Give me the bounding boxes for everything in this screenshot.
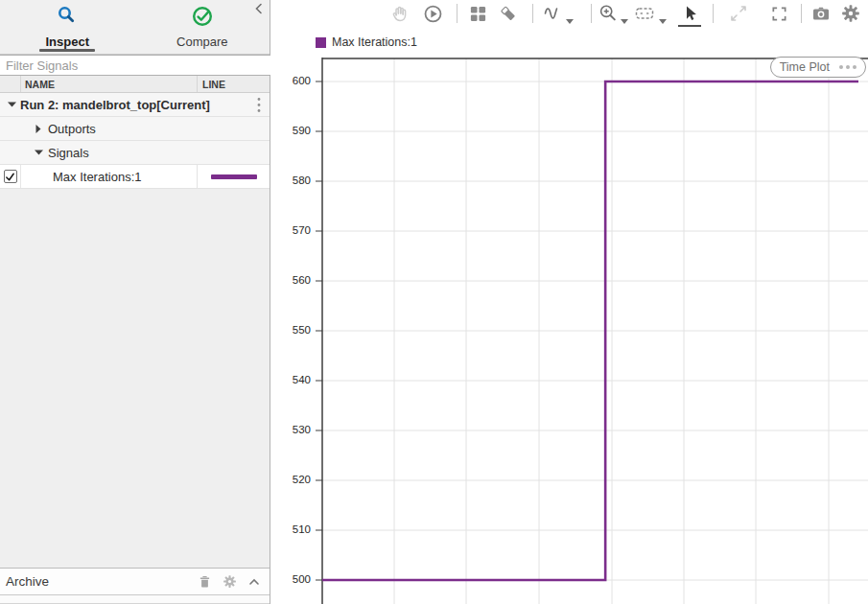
y-tick-label: 520 xyxy=(270,474,311,485)
camera-snapshot-icon[interactable] xyxy=(810,3,832,24)
archive-label: Archive xyxy=(6,574,49,589)
y-tick-label: 570 xyxy=(270,224,311,236)
filter-signals-input[interactable] xyxy=(0,55,270,76)
collapse-sidebar-button[interactable] xyxy=(252,2,266,15)
signals-label: Signals xyxy=(48,146,89,160)
check-circle-icon xyxy=(191,5,214,32)
tree-row-max-iterations[interactable]: Max Iterations:1 xyxy=(0,165,270,189)
chevron-down-icon[interactable] xyxy=(34,148,43,157)
fit-to-view-icon[interactable] xyxy=(634,3,655,24)
y-tick-label: 550 xyxy=(270,324,311,336)
tab-compare[interactable]: Compare xyxy=(135,0,270,54)
tree-column-header: NAME LINE xyxy=(0,76,270,93)
signal-wave-icon[interactable] xyxy=(543,3,564,24)
subplot-grid-icon[interactable] xyxy=(467,3,488,24)
zoom-in-icon[interactable] xyxy=(598,3,619,24)
tree-row-run[interactable]: Run 2: mandelbrot_top[Current] xyxy=(0,93,270,117)
line-column-header: LINE xyxy=(197,76,270,92)
cursor-select-icon[interactable] xyxy=(679,3,700,24)
sidebar-tabbar: Inspect Compare xyxy=(0,0,270,55)
chevron-right-icon[interactable] xyxy=(34,124,43,133)
toolbar-separator xyxy=(457,4,457,23)
ellipsis-dots-icon xyxy=(836,65,856,69)
legend-label: Max Iterations:1 xyxy=(332,35,417,49)
chevron-left-icon xyxy=(252,2,266,18)
simulation-data-inspector-window: Inspect Compare xyxy=(0,0,868,604)
tab-inspect[interactable]: Inspect xyxy=(0,0,135,54)
signal-label: Max Iterations:1 xyxy=(53,170,142,184)
signal-checkbox[interactable] xyxy=(4,170,17,183)
caret-down-icon[interactable] xyxy=(659,11,667,16)
caret-down-icon[interactable] xyxy=(621,11,628,16)
eraser-icon[interactable] xyxy=(498,3,519,24)
toolbar-separator xyxy=(713,4,714,23)
signal-line-swatch xyxy=(211,174,257,179)
plot-legend[interactable]: Max Iterations:1 xyxy=(316,35,417,49)
plot-type-badge[interactable]: Time Plot xyxy=(770,57,866,78)
legend-color-swatch xyxy=(316,37,326,48)
search-icon xyxy=(56,5,79,32)
replay-icon[interactable] xyxy=(422,3,443,24)
tree-empty-area xyxy=(0,189,270,568)
run-label: Run 2: mandelbrot_top[Current] xyxy=(20,98,210,112)
tree-row-outports[interactable]: Outports xyxy=(0,117,270,141)
plot-toolbar xyxy=(270,0,868,29)
y-tick-label: 590 xyxy=(270,125,311,136)
archive-gear-icon[interactable] xyxy=(220,573,239,591)
trash-icon[interactable] xyxy=(195,573,214,591)
sidebar: Inspect Compare xyxy=(0,0,270,604)
tab-inspect-label: Inspect xyxy=(45,35,89,49)
outports-label: Outports xyxy=(48,122,96,136)
signal-line-cell[interactable] xyxy=(197,165,270,188)
toolbar-separator xyxy=(801,4,802,23)
y-tick-label: 600 xyxy=(270,75,311,86)
expand-diagonal-icon xyxy=(728,3,749,24)
fullscreen-icon[interactable] xyxy=(768,3,789,24)
chevron-down-icon[interactable] xyxy=(7,100,16,109)
active-tab-underline xyxy=(39,49,95,52)
archive-bar[interactable]: Archive xyxy=(0,568,270,595)
plot-area[interactable]: 600590580570560550540530520510500 Time P… xyxy=(270,58,868,604)
time-plot-canvas[interactable] xyxy=(270,58,868,604)
tree-row-signals[interactable]: Signals xyxy=(0,141,270,165)
toolbar-separator xyxy=(532,4,533,23)
y-tick-label: 580 xyxy=(270,174,311,186)
y-tick-label: 560 xyxy=(270,274,311,286)
plot-type-label: Time Plot xyxy=(780,60,830,74)
y-tick-label: 530 xyxy=(270,424,311,435)
tab-compare-label: Compare xyxy=(176,35,227,49)
signal-checkbox-cell xyxy=(0,165,21,188)
toolbar-separator xyxy=(591,4,592,23)
selected-tool-underline xyxy=(678,25,701,27)
y-tick-label: 510 xyxy=(270,523,311,535)
y-tick-label: 500 xyxy=(270,573,311,585)
name-column-header: NAME xyxy=(21,79,197,90)
plot-pane: Max Iterations:1 60059058057056055054053… xyxy=(270,0,868,604)
pan-hand-icon xyxy=(388,3,410,24)
chevron-up-icon[interactable] xyxy=(245,573,264,591)
properties-strip xyxy=(0,595,270,604)
caret-down-icon[interactable] xyxy=(566,11,574,16)
settings-gear-icon[interactable] xyxy=(840,3,861,24)
checkbox-column-header xyxy=(0,76,21,92)
kebab-menu-icon[interactable] xyxy=(256,97,262,116)
y-tick-label: 540 xyxy=(270,374,311,385)
